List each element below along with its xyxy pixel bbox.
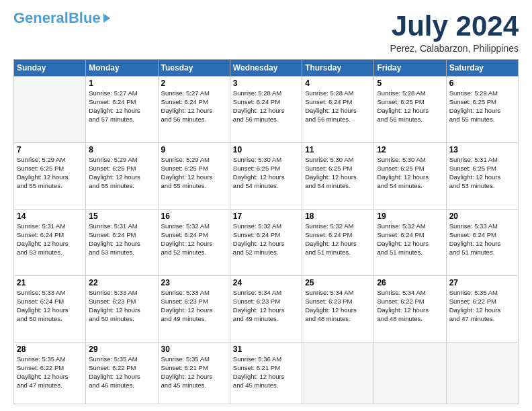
day-number: 8 <box>89 145 154 154</box>
day-number: 19 <box>377 212 443 221</box>
page: GeneralBlue July 2024 Perez, Calabarzon,… <box>0 0 532 411</box>
calendar-day-cell: 1Sunrise: 5:27 AMSunset: 6:24 PMDaylight… <box>86 77 158 143</box>
day-info: Sunrise: 5:27 AMSunset: 6:24 PMDaylight:… <box>89 89 154 124</box>
calendar-day-cell: 14Sunrise: 5:31 AMSunset: 6:24 PMDayligh… <box>14 210 86 276</box>
day-number: 25 <box>305 278 371 287</box>
day-number: 7 <box>17 145 83 154</box>
day-info: Sunrise: 5:33 AMSunset: 6:23 PMDaylight:… <box>89 289 154 323</box>
day-info: Sunrise: 5:29 AMSunset: 6:25 PMDaylight:… <box>161 156 227 190</box>
day-number: 21 <box>17 278 83 287</box>
day-number: 20 <box>449 212 515 221</box>
day-of-week-header: Friday <box>374 60 446 77</box>
day-of-week-header: Wednesday <box>230 60 302 77</box>
day-info: Sunrise: 5:32 AMSunset: 6:24 PMDaylight:… <box>233 222 299 257</box>
day-of-week-header: Sunday <box>14 60 86 77</box>
day-number: 30 <box>161 345 227 354</box>
day-info: Sunrise: 5:34 AMSunset: 6:23 PMDaylight:… <box>233 289 299 323</box>
title-block: July 2024 Perez, Calabarzon, Philippines <box>390 11 519 54</box>
day-number: 24 <box>233 278 299 287</box>
calendar-day-cell: 9Sunrise: 5:29 AMSunset: 6:25 PMDaylight… <box>158 143 230 210</box>
day-number: 5 <box>377 79 443 88</box>
day-number: 9 <box>161 145 227 154</box>
calendar-empty-cell <box>374 342 446 404</box>
day-info: Sunrise: 5:30 AMSunset: 6:25 PMDaylight:… <box>233 156 299 190</box>
calendar-day-cell: 27Sunrise: 5:35 AMSunset: 6:22 PMDayligh… <box>446 276 518 342</box>
day-number: 22 <box>89 278 154 287</box>
day-of-week-header: Monday <box>86 60 158 77</box>
calendar-day-cell: 12Sunrise: 5:30 AMSunset: 6:25 PMDayligh… <box>374 143 446 210</box>
day-number: 27 <box>449 278 515 287</box>
day-number: 13 <box>449 145 515 154</box>
day-of-week-header: Saturday <box>446 60 518 77</box>
calendar-table: SundayMondayTuesdayWednesdayThursdayFrid… <box>13 59 519 404</box>
logo-text: GeneralBlue <box>13 11 101 26</box>
calendar-day-cell: 20Sunrise: 5:33 AMSunset: 6:24 PMDayligh… <box>446 210 518 276</box>
calendar-day-cell: 19Sunrise: 5:32 AMSunset: 6:24 PMDayligh… <box>374 210 446 276</box>
calendar-day-cell: 31Sunrise: 5:36 AMSunset: 6:21 PMDayligh… <box>230 342 302 404</box>
calendar-day-cell: 3Sunrise: 5:28 AMSunset: 6:24 PMDaylight… <box>230 77 302 143</box>
day-info: Sunrise: 5:29 AMSunset: 6:25 PMDaylight:… <box>17 156 83 190</box>
calendar-week-row: 7Sunrise: 5:29 AMSunset: 6:25 PMDaylight… <box>14 143 519 210</box>
calendar-empty-cell <box>302 342 374 404</box>
day-info: Sunrise: 5:33 AMSunset: 6:24 PMDaylight:… <box>17 289 83 323</box>
day-of-week-header: Tuesday <box>158 60 230 77</box>
day-number: 4 <box>305 79 371 88</box>
day-info: Sunrise: 5:27 AMSunset: 6:24 PMDaylight:… <box>161 89 227 124</box>
calendar-day-cell: 4Sunrise: 5:28 AMSunset: 6:24 PMDaylight… <box>302 77 374 143</box>
subtitle: Perez, Calabarzon, Philippines <box>390 43 519 54</box>
day-number: 31 <box>233 345 299 354</box>
day-info: Sunrise: 5:32 AMSunset: 6:24 PMDaylight:… <box>305 222 371 257</box>
calendar-day-cell: 21Sunrise: 5:33 AMSunset: 6:24 PMDayligh… <box>14 276 86 342</box>
calendar-week-row: 1Sunrise: 5:27 AMSunset: 6:24 PMDaylight… <box>14 77 519 143</box>
day-info: Sunrise: 5:29 AMSunset: 6:25 PMDaylight:… <box>89 156 154 190</box>
calendar-empty-cell <box>446 342 518 404</box>
day-number: 2 <box>161 79 227 88</box>
day-info: Sunrise: 5:31 AMSunset: 6:25 PMDaylight:… <box>449 156 515 190</box>
day-number: 18 <box>305 212 371 221</box>
calendar-day-cell: 10Sunrise: 5:30 AMSunset: 6:25 PMDayligh… <box>230 143 302 210</box>
day-number: 26 <box>377 278 443 287</box>
calendar-day-cell: 8Sunrise: 5:29 AMSunset: 6:25 PMDaylight… <box>86 143 158 210</box>
logo-arrow-icon <box>103 13 110 23</box>
day-number: 11 <box>305 145 371 154</box>
day-info: Sunrise: 5:32 AMSunset: 6:24 PMDaylight:… <box>161 222 227 257</box>
day-info: Sunrise: 5:35 AMSunset: 6:21 PMDaylight:… <box>161 355 227 390</box>
calendar-day-cell: 26Sunrise: 5:34 AMSunset: 6:22 PMDayligh… <box>374 276 446 342</box>
day-number: 17 <box>233 212 299 221</box>
day-info: Sunrise: 5:35 AMSunset: 6:22 PMDaylight:… <box>89 355 154 390</box>
logo: GeneralBlue <box>13 11 110 26</box>
main-title: July 2024 <box>390 11 519 42</box>
day-info: Sunrise: 5:33 AMSunset: 6:24 PMDaylight:… <box>449 222 515 257</box>
calendar-week-row: 28Sunrise: 5:35 AMSunset: 6:22 PMDayligh… <box>14 342 519 404</box>
calendar-day-cell: 7Sunrise: 5:29 AMSunset: 6:25 PMDaylight… <box>14 143 86 210</box>
calendar-day-cell: 2Sunrise: 5:27 AMSunset: 6:24 PMDaylight… <box>158 77 230 143</box>
calendar-week-row: 14Sunrise: 5:31 AMSunset: 6:24 PMDayligh… <box>14 210 519 276</box>
calendar-week-row: 21Sunrise: 5:33 AMSunset: 6:24 PMDayligh… <box>14 276 519 342</box>
day-number: 28 <box>17 345 83 354</box>
day-info: Sunrise: 5:28 AMSunset: 6:24 PMDaylight:… <box>233 89 299 124</box>
calendar-day-cell: 18Sunrise: 5:32 AMSunset: 6:24 PMDayligh… <box>302 210 374 276</box>
calendar-day-cell: 25Sunrise: 5:34 AMSunset: 6:23 PMDayligh… <box>302 276 374 342</box>
day-number: 12 <box>377 145 443 154</box>
calendar-day-cell: 29Sunrise: 5:35 AMSunset: 6:22 PMDayligh… <box>86 342 158 404</box>
day-info: Sunrise: 5:31 AMSunset: 6:24 PMDaylight:… <box>89 222 154 257</box>
day-info: Sunrise: 5:30 AMSunset: 6:25 PMDaylight:… <box>305 156 371 190</box>
calendar-day-cell: 28Sunrise: 5:35 AMSunset: 6:22 PMDayligh… <box>14 342 86 404</box>
day-number: 16 <box>161 212 227 221</box>
day-info: Sunrise: 5:35 AMSunset: 6:22 PMDaylight:… <box>449 289 515 323</box>
day-info: Sunrise: 5:28 AMSunset: 6:24 PMDaylight:… <box>305 89 371 124</box>
day-info: Sunrise: 5:33 AMSunset: 6:23 PMDaylight:… <box>161 289 227 323</box>
calendar-day-cell: 16Sunrise: 5:32 AMSunset: 6:24 PMDayligh… <box>158 210 230 276</box>
calendar-day-cell: 22Sunrise: 5:33 AMSunset: 6:23 PMDayligh… <box>86 276 158 342</box>
day-info: Sunrise: 5:34 AMSunset: 6:22 PMDaylight:… <box>377 289 443 323</box>
day-info: Sunrise: 5:31 AMSunset: 6:24 PMDaylight:… <box>17 222 83 257</box>
calendar-day-cell: 6Sunrise: 5:29 AMSunset: 6:25 PMDaylight… <box>446 77 518 143</box>
calendar-empty-cell <box>14 77 86 143</box>
day-info: Sunrise: 5:28 AMSunset: 6:25 PMDaylight:… <box>377 89 443 124</box>
calendar-day-cell: 30Sunrise: 5:35 AMSunset: 6:21 PMDayligh… <box>158 342 230 404</box>
header: GeneralBlue July 2024 Perez, Calabarzon,… <box>13 11 519 54</box>
day-number: 6 <box>449 79 515 88</box>
calendar-day-cell: 13Sunrise: 5:31 AMSunset: 6:25 PMDayligh… <box>446 143 518 210</box>
day-info: Sunrise: 5:34 AMSunset: 6:23 PMDaylight:… <box>305 289 371 323</box>
calendar-day-cell: 15Sunrise: 5:31 AMSunset: 6:24 PMDayligh… <box>86 210 158 276</box>
